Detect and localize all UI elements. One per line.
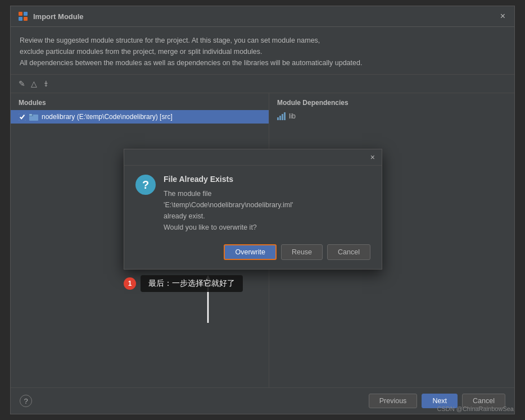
help-button[interactable]: ? xyxy=(20,395,32,407)
svg-rect-1 xyxy=(24,12,28,16)
annotation-text: 最后：一步选择它就好了 xyxy=(141,275,243,292)
svg-rect-3 xyxy=(24,17,28,21)
module-item[interactable]: nodelibrary (E:\temp\Code\nodelibrary) [… xyxy=(11,110,269,124)
overlay-close-button[interactable]: × xyxy=(368,152,377,163)
overlay-msg-line1: The module file xyxy=(164,190,211,198)
description-line-3: All dependencies between the modules as … xyxy=(20,57,505,69)
branch-icon[interactable]: ⤈ xyxy=(43,79,49,88)
overlay-title: File Already Exists xyxy=(164,175,370,184)
folder-icon xyxy=(29,112,38,121)
annotation-container: 1 最后：一步选择它就好了 xyxy=(124,275,243,292)
overlay-dialog: × ? File Already Exists The module file … xyxy=(124,149,382,270)
modules-panel-header: Modules xyxy=(11,99,269,110)
title-left: Import Module xyxy=(17,11,84,22)
description-line-2: exclude particular modules from the proj… xyxy=(20,46,505,57)
module-checkbox[interactable] xyxy=(19,113,26,121)
dep-item: lib xyxy=(269,110,514,122)
main-dialog-title: Import Module xyxy=(33,12,84,21)
question-icon: ? xyxy=(135,175,156,195)
annotation-badge: 1 xyxy=(124,277,136,290)
previous-button[interactable]: Previous xyxy=(369,394,418,408)
overlay-content: ? File Already Exists The module file 'E… xyxy=(124,166,382,244)
reuse-button[interactable]: Reuse xyxy=(281,244,323,260)
overlay-message: The module file 'E:\temp\Code\nodelibrar… xyxy=(164,188,370,233)
toolbar: ✎ △ ⤈ xyxy=(11,75,514,93)
overlay-msg-line2: 'E:\temp\Code\nodelibrary\nodelibrary.im… xyxy=(164,201,293,209)
main-dialog-close-button[interactable]: × xyxy=(498,11,508,22)
svg-rect-2 xyxy=(19,17,22,21)
overwrite-button[interactable]: Overwrite xyxy=(224,244,276,260)
dialog-description: Review the suggested module structure fo… xyxy=(11,27,514,75)
edit-icon[interactable]: ✎ xyxy=(19,79,25,88)
deps-panel-header: Module Dependencies xyxy=(269,99,514,110)
overlay-msg-line3: already exist. xyxy=(164,212,205,220)
overlay-msg-line4: Would you like to overwrite it? xyxy=(164,223,257,231)
overlay-cancel-button[interactable]: Cancel xyxy=(327,244,370,260)
module-icon xyxy=(17,11,29,22)
bars-icon xyxy=(277,112,286,120)
svg-rect-6 xyxy=(29,114,32,116)
svg-rect-0 xyxy=(19,12,22,16)
overlay-text-block: File Already Exists The module file 'E:\… xyxy=(164,175,370,233)
dep-label: lib xyxy=(289,112,296,120)
watermark: CSDN @ChinaRainbowSea xyxy=(437,405,514,412)
module-label: nodelibrary (E:\temp\Code\nodelibrary) [… xyxy=(42,113,173,121)
main-dialog-titlebar: Import Module × xyxy=(11,6,514,27)
overlay-titlebar: × xyxy=(124,149,382,166)
overlay-buttons: Overwrite Reuse Cancel xyxy=(124,244,382,269)
person-icon[interactable]: △ xyxy=(31,79,37,88)
description-line-1: Review the suggested module structure fo… xyxy=(20,35,505,46)
